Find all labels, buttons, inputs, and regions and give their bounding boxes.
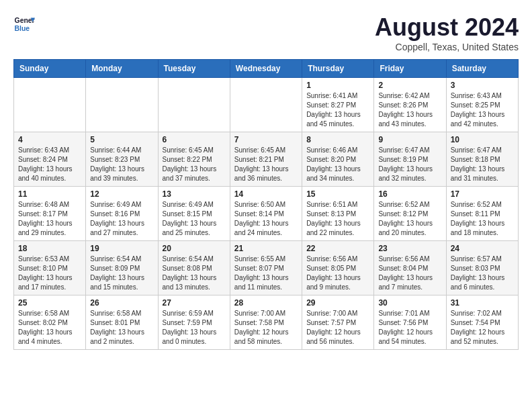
day-info: Sunrise: 6:55 AM Sunset: 8:07 PM Dayligh…: [234, 255, 298, 292]
header-thursday: Thursday: [302, 60, 374, 78]
day-info: Sunrise: 6:48 AM Sunset: 8:17 PM Dayligh…: [18, 200, 81, 238]
day-info: Sunrise: 6:53 AM Sunset: 8:10 PM Dayligh…: [18, 255, 81, 292]
table-row: 22Sunrise: 6:56 AM Sunset: 8:05 PM Dayli…: [302, 241, 374, 295]
table-row: 11Sunrise: 6:48 AM Sunset: 8:17 PM Dayli…: [14, 187, 86, 241]
day-number: 25: [18, 298, 81, 308]
day-number: 5: [90, 135, 153, 144]
table-row: 10Sunrise: 6:47 AM Sunset: 8:18 PM Dayli…: [446, 132, 518, 187]
table-row: 25Sunrise: 6:58 AM Sunset: 8:02 PM Dayli…: [14, 295, 86, 350]
day-info: Sunrise: 6:47 AM Sunset: 8:19 PM Dayligh…: [378, 146, 441, 183]
day-info: Sunrise: 6:57 AM Sunset: 8:03 PM Dayligh…: [451, 255, 514, 292]
day-number: 18: [18, 244, 81, 253]
day-info: Sunrise: 6:54 AM Sunset: 8:08 PM Dayligh…: [163, 255, 226, 292]
calendar-week-5: 25Sunrise: 6:58 AM Sunset: 8:02 PM Dayli…: [14, 295, 519, 350]
main-title: August 2024: [375, 13, 519, 42]
header: General Blue August 2024 Coppell, Texas,…: [13, 13, 519, 52]
calendar-week-4: 18Sunrise: 6:53 AM Sunset: 8:10 PM Dayli…: [14, 241, 519, 295]
table-row: 7Sunrise: 6:45 AM Sunset: 8:21 PM Daylig…: [230, 132, 302, 187]
day-number: 3: [451, 81, 514, 90]
table-row: 24Sunrise: 6:57 AM Sunset: 8:03 PM Dayli…: [446, 241, 518, 295]
day-info: Sunrise: 6:58 AM Sunset: 8:02 PM Dayligh…: [18, 309, 81, 347]
header-sunday: Sunday: [14, 60, 86, 78]
table-row: 17Sunrise: 6:52 AM Sunset: 8:11 PM Dayli…: [446, 187, 518, 241]
day-number: 17: [451, 189, 514, 199]
day-number: 21: [234, 244, 298, 253]
day-info: Sunrise: 7:01 AM Sunset: 7:56 PM Dayligh…: [378, 309, 441, 347]
table-row: 8Sunrise: 6:46 AM Sunset: 8:20 PM Daylig…: [302, 132, 374, 187]
table-row: 1Sunrise: 6:41 AM Sunset: 8:27 PM Daylig…: [302, 78, 374, 132]
day-number: 9: [378, 135, 441, 144]
header-monday: Monday: [86, 60, 158, 78]
day-info: Sunrise: 6:54 AM Sunset: 8:09 PM Dayligh…: [90, 255, 153, 292]
table-row: 5Sunrise: 6:44 AM Sunset: 8:23 PM Daylig…: [86, 132, 158, 187]
table-row: 28Sunrise: 7:00 AM Sunset: 7:58 PM Dayli…: [230, 295, 302, 350]
table-row: 3Sunrise: 6:43 AM Sunset: 8:25 PM Daylig…: [446, 78, 518, 132]
day-number: 4: [18, 135, 81, 144]
table-row: 15Sunrise: 6:51 AM Sunset: 8:13 PM Dayli…: [302, 187, 374, 241]
table-row: 19Sunrise: 6:54 AM Sunset: 8:09 PM Dayli…: [86, 241, 158, 295]
table-row: 9Sunrise: 6:47 AM Sunset: 8:19 PM Daylig…: [374, 132, 446, 187]
table-row: [158, 78, 230, 132]
svg-text:Blue: Blue: [15, 25, 30, 32]
day-number: 2: [378, 81, 441, 90]
day-number: 29: [306, 298, 369, 308]
day-info: Sunrise: 6:52 AM Sunset: 8:12 PM Dayligh…: [378, 200, 441, 238]
day-info: Sunrise: 6:43 AM Sunset: 8:24 PM Dayligh…: [18, 146, 81, 183]
day-info: Sunrise: 6:45 AM Sunset: 8:21 PM Dayligh…: [234, 146, 298, 183]
day-number: 27: [163, 298, 226, 308]
table-row: 27Sunrise: 6:59 AM Sunset: 7:59 PM Dayli…: [158, 295, 230, 350]
title-area: August 2024 Coppell, Texas, United State…: [375, 13, 519, 52]
logo: General Blue: [13, 13, 35, 35]
day-number: 23: [378, 244, 441, 253]
table-row: 18Sunrise: 6:53 AM Sunset: 8:10 PM Dayli…: [14, 241, 86, 295]
table-row: 6Sunrise: 6:45 AM Sunset: 8:22 PM Daylig…: [158, 132, 230, 187]
header-saturday: Saturday: [446, 60, 518, 78]
day-info: Sunrise: 6:43 AM Sunset: 8:25 PM Dayligh…: [451, 91, 514, 129]
day-info: Sunrise: 6:59 AM Sunset: 7:59 PM Dayligh…: [163, 309, 226, 347]
calendar-table: Sunday Monday Tuesday Wednesday Thursday…: [13, 59, 519, 350]
day-number: 13: [163, 189, 226, 199]
day-number: 10: [451, 135, 514, 144]
calendar-week-1: 1Sunrise: 6:41 AM Sunset: 8:27 PM Daylig…: [14, 78, 519, 132]
logo-icon: General Blue: [13, 13, 35, 35]
day-info: Sunrise: 6:51 AM Sunset: 8:13 PM Dayligh…: [306, 200, 369, 238]
table-row: 12Sunrise: 6:49 AM Sunset: 8:16 PM Dayli…: [86, 187, 158, 241]
day-info: Sunrise: 6:56 AM Sunset: 8:05 PM Dayligh…: [306, 255, 369, 292]
table-row: [14, 78, 86, 132]
day-info: Sunrise: 6:46 AM Sunset: 8:20 PM Dayligh…: [306, 146, 369, 183]
calendar-header-row: Sunday Monday Tuesday Wednesday Thursday…: [14, 60, 519, 78]
table-row: [86, 78, 158, 132]
subtitle: Coppell, Texas, United States: [375, 42, 519, 52]
table-row: 20Sunrise: 6:54 AM Sunset: 8:08 PM Dayli…: [158, 241, 230, 295]
calendar-week-2: 4Sunrise: 6:43 AM Sunset: 8:24 PM Daylig…: [14, 132, 519, 187]
day-number: 19: [90, 244, 153, 253]
day-number: 26: [90, 298, 153, 308]
day-info: Sunrise: 7:02 AM Sunset: 7:54 PM Dayligh…: [451, 309, 514, 347]
table-row: 21Sunrise: 6:55 AM Sunset: 8:07 PM Dayli…: [230, 241, 302, 295]
day-info: Sunrise: 7:00 AM Sunset: 7:58 PM Dayligh…: [234, 309, 298, 347]
day-number: 11: [18, 189, 81, 199]
day-number: 7: [234, 135, 298, 144]
day-number: 16: [378, 189, 441, 199]
header-friday: Friday: [374, 60, 446, 78]
day-info: Sunrise: 6:45 AM Sunset: 8:22 PM Dayligh…: [163, 146, 226, 183]
day-info: Sunrise: 6:47 AM Sunset: 8:18 PM Dayligh…: [451, 146, 514, 183]
day-info: Sunrise: 6:44 AM Sunset: 8:23 PM Dayligh…: [90, 146, 153, 183]
day-info: Sunrise: 6:49 AM Sunset: 8:16 PM Dayligh…: [90, 200, 153, 238]
day-number: 31: [451, 298, 514, 308]
day-info: Sunrise: 6:56 AM Sunset: 8:04 PM Dayligh…: [378, 255, 441, 292]
day-number: 6: [163, 135, 226, 144]
day-number: 20: [163, 244, 226, 253]
header-tuesday: Tuesday: [158, 60, 230, 78]
table-row: 16Sunrise: 6:52 AM Sunset: 8:12 PM Dayli…: [374, 187, 446, 241]
table-row: 2Sunrise: 6:42 AM Sunset: 8:26 PM Daylig…: [374, 78, 446, 132]
day-number: 30: [378, 298, 441, 308]
day-number: 12: [90, 189, 153, 199]
table-row: 13Sunrise: 6:49 AM Sunset: 8:15 PM Dayli…: [158, 187, 230, 241]
day-info: Sunrise: 6:52 AM Sunset: 8:11 PM Dayligh…: [451, 200, 514, 238]
day-number: 22: [306, 244, 369, 253]
day-info: Sunrise: 6:50 AM Sunset: 8:14 PM Dayligh…: [234, 200, 298, 238]
day-number: 8: [306, 135, 369, 144]
day-info: Sunrise: 6:49 AM Sunset: 8:15 PM Dayligh…: [163, 200, 226, 238]
day-number: 14: [234, 189, 298, 199]
